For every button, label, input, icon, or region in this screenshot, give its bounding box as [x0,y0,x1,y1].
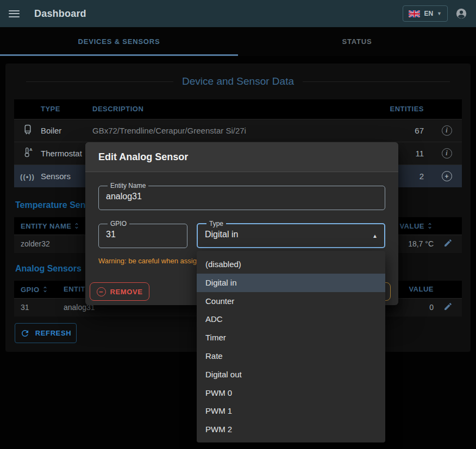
tab-bar: DEVICES & SENSORS STATUS [0,27,476,56]
language-selector[interactable]: EN ▼ [403,5,448,22]
type-selected-value: Digital in [205,230,377,239]
boiler-icon [14,119,41,142]
dialog-title: Edit Analog Sensor [98,151,188,163]
device-type: Thermostat [41,142,92,165]
refresh-label: REFRESH [35,329,71,337]
col-header-type: TYPE [41,99,92,119]
device-type: Boiler [41,119,92,142]
menu-item-rate[interactable]: Rate [197,347,385,365]
topbar: Dashboard EN ▼ [0,0,476,27]
remove-circle-icon: − [97,287,106,296]
add-icon[interactable]: + [442,171,452,181]
menu-item-pwm2[interactable]: PWM 2 [197,420,385,439]
menu-item-digital-out[interactable]: Digital out [197,365,385,384]
menu-item-timer[interactable]: Timer [197,328,385,347]
devices-table-header: TYPE DESCRIPTION ENTITIES [14,99,462,119]
type-select[interactable]: Type Digital in ▲ [197,220,385,248]
pencil-icon [443,238,453,248]
menu-item-pwm1[interactable]: PWM 1 [197,402,385,420]
chevron-down-icon: ▼ [437,11,442,16]
menu-item-adc[interactable]: ADC [197,310,385,328]
menu-item-disabled[interactable]: (disabled) [197,255,385,274]
refresh-icon [20,328,30,338]
person-icon [455,8,467,20]
menu-icon[interactable] [9,10,20,17]
pencil-icon [443,302,453,311]
col-header-gpio[interactable]: GPIO [14,281,64,298]
device-description: GBx72/Trendline/Cerapur/Greenstar Si/27i [92,119,366,142]
tab-devices-sensors[interactable]: DEVICES & SENSORS [0,27,238,56]
edit-button[interactable] [434,235,462,253]
gpio-value[interactable]: 31 [106,230,180,239]
language-label: EN [424,10,433,17]
table-row-boiler: Boiler GBx72/Trendline/Cerapur/Greenstar… [14,119,462,142]
menu-item-digital-in[interactable]: Digital in [197,274,385,292]
device-type: Sensors [41,165,92,187]
info-icon[interactable]: i [442,125,452,136]
svg-text:A: A [29,147,32,152]
divider [26,81,173,82]
field-row: GPIO 31 Type Digital in ▲ [98,220,385,248]
entity-name-field[interactable]: Entity Name analog31 [98,182,385,210]
sensor-gpio: 31 [14,298,64,317]
remove-button[interactable]: − REMOVE [90,282,149,301]
type-label: Type [206,220,226,227]
panel-title: Device and Sensor Data [182,75,294,87]
col-header-entities: ENTITIES [366,99,431,119]
edit-button[interactable] [434,298,462,317]
type-dropdown-menu: (disabled) Digital in Counter ADC Timer … [197,251,385,442]
remove-label: REMOVE [110,288,143,296]
chevron-up-icon: ▲ [372,233,378,239]
sensors-icon: ((•)) [20,173,35,181]
entity-name-label: Entity Name [108,182,148,189]
tab-status[interactable]: STATUS [238,27,476,56]
entity-name-value[interactable]: analog31 [106,192,378,201]
col-header-description: DESCRIPTION [92,99,366,119]
dialog-header: Edit Analog Sensor [85,142,398,172]
device-entities-count: 67 [366,119,431,142]
page-title: Dashboard [34,8,86,20]
uk-flag-icon [409,10,420,17]
menu-item-counter[interactable]: Counter [197,292,385,311]
screen: Dashboard EN ▼ DEVICES & SENSORS STATUS [0,0,476,449]
gpio-label: GPIO [108,220,129,227]
sort-icon [73,222,80,230]
user-avatar[interactable] [455,8,467,20]
menu-item-pwm0[interactable]: PWM 0 [197,384,385,402]
gpio-field[interactable]: GPIO 31 [98,220,187,248]
refresh-button[interactable]: REFRESH [15,323,77,343]
divider [303,81,450,82]
sort-icon [41,286,49,293]
section-title-analog: Analog Sensors [15,264,82,274]
thermostat-icon: A [14,142,41,165]
sort-icon [426,222,434,230]
info-icon[interactable]: i [442,148,452,159]
panel-title-row: Device and Sensor Data [26,74,450,88]
